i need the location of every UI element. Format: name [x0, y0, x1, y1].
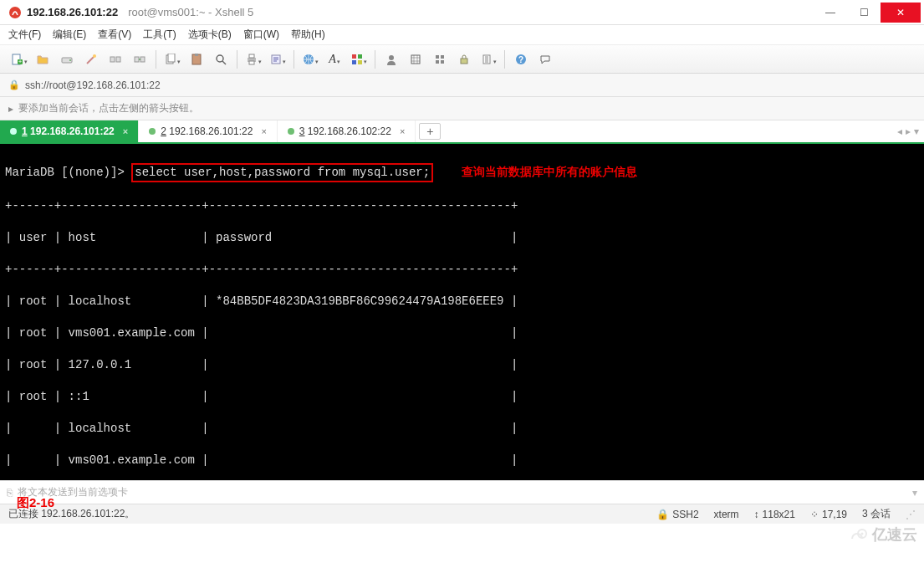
terminal[interactable]: MariaDB [(none)]> select user,host,passw…: [0, 144, 924, 480]
svg-rect-9: [135, 57, 139, 62]
svg-text:?: ?: [518, 55, 523, 64]
status-size: ↕ 118x21: [754, 509, 795, 520]
table-divider: +------+--------------------+-----------…: [5, 262, 919, 278]
session-tab-1[interactable]: 1 192.168.26.101:22 ×: [0, 120, 139, 142]
address-bar: 🔒 ssh://root@192.168.26.101:22: [0, 74, 924, 97]
svg-text:+: +: [18, 59, 21, 64]
search-button[interactable]: [209, 49, 232, 70]
menu-tabs[interactable]: 选项卡(B): [188, 28, 232, 42]
svg-rect-28: [441, 55, 444, 59]
address-url[interactable]: ssh://root@192.168.26.101:22: [25, 79, 161, 91]
tab-menu-icon[interactable]: ▾: [914, 125, 919, 137]
svg-rect-18: [249, 61, 254, 64]
copy-button[interactable]: [161, 49, 184, 70]
close-button[interactable]: ✕: [881, 3, 921, 23]
annotation-1: 查询当前数据库中所有的账户信息: [462, 166, 637, 179]
prompt: MariaDB [(none)]>: [5, 166, 125, 179]
svg-rect-27: [436, 55, 439, 59]
watermark: 亿速云: [845, 525, 917, 545]
maximize-button[interactable]: ☐: [847, 3, 881, 23]
svg-point-25: [389, 55, 394, 60]
send-input[interactable]: 将文本发送到当前选项卡: [18, 485, 912, 499]
table-row: | | vms001.example.com | |: [5, 453, 919, 468]
menu-window[interactable]: 窗口(W): [243, 28, 279, 42]
font-button[interactable]: A: [323, 49, 346, 70]
drive-button[interactable]: [55, 49, 79, 70]
table-header: | user | host | password |: [5, 230, 919, 246]
user-button[interactable]: [380, 49, 403, 70]
minimize-button[interactable]: —: [814, 3, 847, 23]
sql-command-1: select user,host,password from mysql.use…: [131, 163, 433, 182]
status-cursor: ⁘ 17,19: [810, 509, 847, 520]
menu-view[interactable]: 查看(V): [98, 28, 131, 42]
tab-add-button[interactable]: +: [419, 123, 441, 140]
table-row: | root | ::1 | |: [5, 389, 919, 405]
status-dot-icon: [288, 128, 294, 135]
toolbar: + A ?: [0, 45, 924, 74]
table-divider: +------+--------------------+-----------…: [5, 198, 919, 214]
tab-number: 2: [161, 125, 166, 137]
svg-rect-8: [116, 57, 120, 62]
session-tab-2[interactable]: 2 192.168.26.101:22 ×: [139, 120, 278, 142]
session-tab-3[interactable]: 3 192.168.26.102:22 ×: [278, 120, 416, 142]
send-menu-icon[interactable]: ▾: [912, 487, 917, 499]
send-bar: ⎘ 将文本发送到当前选项卡 ▾: [0, 480, 924, 504]
svg-rect-7: [110, 57, 115, 62]
status-proto: 🔒SSH2: [656, 509, 698, 520]
svg-rect-23: [352, 60, 356, 64]
hint-add-icon[interactable]: ▸: [8, 103, 13, 115]
menu-tools[interactable]: 工具(T): [143, 28, 176, 42]
menu-file[interactable]: 文件(F): [8, 28, 41, 42]
tab-label: 192.168.26.101:22: [30, 125, 115, 137]
svg-rect-12: [168, 54, 175, 62]
reconnect-button[interactable]: [128, 49, 151, 70]
app-icon: [8, 6, 22, 19]
palette-button[interactable]: [347, 49, 370, 70]
svg-rect-29: [436, 60, 439, 64]
window-title-main: 192.168.26.101:22: [27, 6, 118, 18]
send-history-icon[interactable]: ⎘: [7, 487, 13, 499]
wand-button[interactable]: [79, 49, 103, 70]
status-dot-icon: [10, 128, 17, 135]
tab-next-icon[interactable]: ▸: [906, 125, 911, 137]
svg-rect-26: [411, 55, 420, 64]
svg-rect-17: [249, 54, 254, 58]
globe-button[interactable]: [299, 49, 322, 70]
fullscreen-button[interactable]: [404, 49, 427, 70]
svg-rect-21: [352, 54, 356, 59]
svg-point-15: [217, 55, 223, 62]
tab-nav: ◂ ▸ ▾: [897, 120, 924, 142]
scroll-button[interactable]: [477, 49, 500, 70]
hint-bar: ▸ 要添加当前会话，点击左侧的箭头按钮。: [0, 97, 924, 120]
lock-button[interactable]: [452, 49, 476, 70]
svg-point-6: [93, 54, 96, 58]
watermark-text: 亿速云: [872, 525, 917, 545]
paste-button[interactable]: [185, 49, 208, 70]
tab-prev-icon[interactable]: ◂: [897, 125, 902, 137]
table-row: | root | 127.0.0.1 | |: [5, 357, 919, 373]
table-row: | root | localhost | *84BB5DF4823DA319BB…: [5, 294, 919, 310]
new-file-button[interactable]: +: [7, 49, 30, 70]
print-button[interactable]: [242, 49, 265, 70]
tab-close-icon[interactable]: ×: [400, 126, 405, 136]
disconnect-button[interactable]: [104, 49, 127, 70]
status-sessions: 3 会话: [862, 507, 891, 521]
folder-button[interactable]: [31, 49, 54, 70]
svg-rect-14: [195, 54, 198, 56]
tab-close-icon[interactable]: ×: [123, 126, 128, 136]
tab-close-icon[interactable]: ×: [261, 126, 266, 136]
address-lock-icon: 🔒: [8, 79, 20, 90]
help-button[interactable]: ?: [509, 49, 533, 70]
properties-button[interactable]: [266, 49, 289, 70]
hint-text: 要添加当前会话，点击左侧的箭头按钮。: [18, 101, 199, 115]
tab-number: 1: [22, 125, 28, 137]
menu-edit[interactable]: 编辑(E): [53, 28, 86, 42]
grid-button[interactable]: [428, 49, 452, 70]
chat-button[interactable]: [533, 49, 557, 70]
table-row: | root | vms001.example.com | |: [5, 325, 919, 341]
svg-point-0: [9, 7, 21, 18]
window-title-sub: root@vms001:~ - Xshell 5: [128, 6, 253, 18]
status-connected: 已连接 192.168.26.101:22。: [8, 507, 641, 521]
menu-help[interactable]: 帮助(H): [291, 28, 325, 42]
tab-number: 3: [299, 125, 305, 137]
